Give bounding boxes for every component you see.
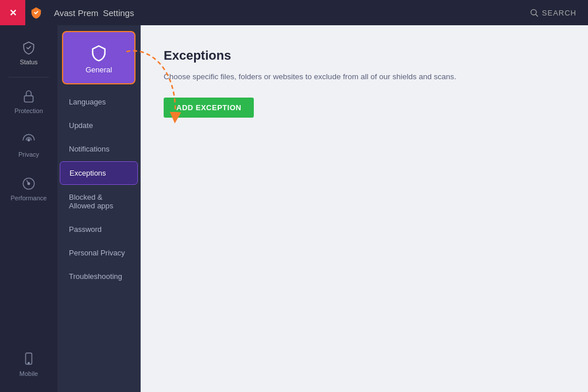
search-label: SEARCH (542, 9, 577, 17)
fingerprint-icon (21, 133, 36, 148)
mobile-icon (21, 352, 36, 367)
sidebar-item-performance[interactable]: Performance (0, 167, 57, 211)
avast-logo-icon (30, 6, 42, 19)
sidebar-item-privacy[interactable]: Privacy (0, 123, 57, 167)
icon-sidebar: Status Protection P (0, 25, 57, 392)
shield-icon (90, 44, 108, 62)
svg-rect-2 (24, 96, 33, 102)
sidebar-item-mobile[interactable]: Mobile (0, 343, 57, 386)
lock-icon (21, 89, 36, 104)
svg-line-1 (536, 14, 538, 17)
submenu-item-troubleshooting[interactable]: Troubleshooting (60, 265, 138, 288)
sidebar-item-mobile-label: Mobile (20, 370, 38, 377)
sidebar-item-protection[interactable]: Protection (0, 80, 57, 123)
sidebar-item-protection-label: Protection (14, 107, 43, 114)
sidebar-item-status-label: Status (20, 59, 37, 65)
add-exception-button[interactable]: ADD EXCEPTION (164, 98, 254, 118)
svg-point-5 (28, 183, 29, 184)
general-sidebar: General Languages Update Notifications E… (57, 25, 141, 392)
submenu-item-blocked-allowed[interactable]: Blocked & Allowed apps (60, 186, 138, 217)
app-title: Avast Prem (47, 8, 98, 18)
svg-point-7 (28, 362, 29, 363)
search-button[interactable]: SEARCH (529, 8, 588, 17)
speedometer-icon (21, 176, 36, 191)
submenu-item-password[interactable]: Password (60, 218, 138, 240)
titlebar: ✕ Avast Prem Settings SEARCH (0, 0, 588, 25)
submenu-item-exceptions[interactable]: Exceptions (60, 161, 138, 185)
submenu-item-personal-privacy[interactable]: Personal Privacy (60, 242, 138, 264)
content-description: Choose specific files, folders or websit… (164, 71, 565, 83)
page-title: Exceptions (164, 48, 565, 63)
submenu-item-languages[interactable]: Languages (60, 91, 138, 113)
settings-title: Settings (98, 8, 134, 18)
content-area: Exceptions Choose specific files, folder… (141, 25, 588, 392)
shield-check-icon (21, 40, 36, 55)
submenu-item-update[interactable]: Update (60, 114, 138, 137)
general-header-label: General (86, 65, 112, 74)
general-header[interactable]: General (62, 31, 136, 84)
sidebar-item-status[interactable]: Status (0, 31, 57, 75)
submenu-item-notifications[interactable]: Notifications (60, 138, 138, 160)
svg-point-0 (531, 10, 536, 15)
sidebar-item-privacy-label: Privacy (18, 151, 39, 158)
search-icon (529, 8, 539, 17)
svg-point-3 (28, 139, 29, 141)
close-button[interactable]: ✕ (0, 0, 25, 25)
sidebar-item-performance-label: Performance (11, 195, 47, 201)
